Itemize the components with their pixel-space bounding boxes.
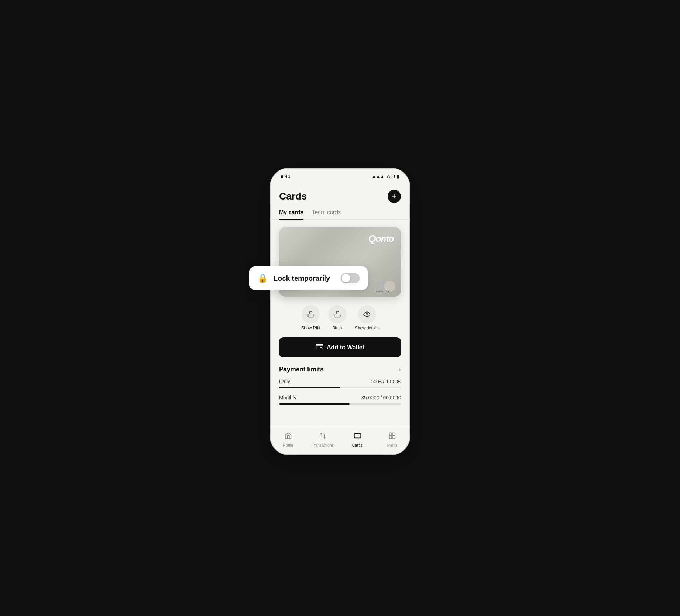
lock-icon: 🔒 xyxy=(257,273,268,283)
nav-menu-label: Menu xyxy=(387,443,397,447)
nav-home-label: Home xyxy=(283,443,293,447)
qonto-logo-text: Qonto xyxy=(368,233,394,244)
lock-toggle[interactable] xyxy=(341,273,360,284)
daily-limit-item: Daily 500€ / 1.000€ xyxy=(279,379,401,388)
svg-rect-7 xyxy=(392,433,395,435)
nav-menu[interactable]: Menu xyxy=(375,432,409,447)
monthly-progress-fill xyxy=(279,403,350,405)
tab-my-cards[interactable]: My cards xyxy=(279,206,303,220)
show-pin-icon-circle xyxy=(302,305,320,323)
wifi-icon: WiFi xyxy=(387,174,395,179)
mastercard-logo: mastercard xyxy=(376,281,395,292)
show-details-button[interactable]: Show details xyxy=(355,305,379,330)
add-card-button[interactable]: + xyxy=(388,190,401,203)
daily-label: Daily xyxy=(279,379,290,384)
nav-transactions-label: Transactions xyxy=(312,443,334,447)
block-label: Block xyxy=(332,326,342,330)
block-button[interactable]: Block xyxy=(328,305,347,330)
card-brand-logo: Qonto xyxy=(368,233,394,244)
svg-rect-6 xyxy=(389,433,391,435)
daily-limit-row: Daily 500€ / 1.000€ xyxy=(279,379,401,384)
nav-cards-label: Cards xyxy=(352,443,362,447)
show-details-label: Show details xyxy=(355,326,379,330)
scene: 🔒 Lock temporarily 9:41 ▲▲▲ WiFi ▮ Cards… xyxy=(249,154,431,462)
svg-rect-8 xyxy=(389,436,391,439)
svg-rect-0 xyxy=(308,314,313,317)
monthly-progress-bg xyxy=(279,403,401,405)
status-time: 9:41 xyxy=(281,174,290,179)
phone-content: Cards + My cards Team cards Qo xyxy=(271,184,409,454)
scroll-area: Qonto NINA MEIJER •••• ••• •••• ••• EXP … xyxy=(271,220,409,428)
svg-rect-1 xyxy=(335,314,340,317)
show-pin-label: Show PIN xyxy=(301,326,320,330)
battery-icon: ▮ xyxy=(397,174,399,179)
pin-icon xyxy=(307,311,314,318)
daily-progress-bg xyxy=(279,387,401,388)
payment-limits-title: Payment limits xyxy=(279,366,324,373)
show-pin-button[interactable]: Show PIN xyxy=(301,305,320,330)
monthly-value: 35.000€ / 60.000€ xyxy=(361,395,401,400)
chevron-right-icon: › xyxy=(399,366,401,373)
add-to-wallet-button[interactable]: Add to Wallet xyxy=(279,337,401,357)
mastercard-text: mastercard xyxy=(376,290,390,293)
svg-point-2 xyxy=(366,314,368,315)
phone: 9:41 ▲▲▲ WiFi ▮ Cards + My cards xyxy=(270,168,410,455)
payment-limits-header: Payment limits › xyxy=(279,366,401,373)
show-details-icon-circle xyxy=(358,305,376,323)
lock-text: Lock temporarily xyxy=(274,274,335,282)
transactions-icon xyxy=(319,432,327,442)
monthly-limit-row: Monthly 35.000€ / 60.000€ xyxy=(279,395,401,400)
svg-rect-9 xyxy=(392,436,395,439)
monthly-limit-item: Monthly 35.000€ / 60.000€ xyxy=(279,395,401,405)
block-icon xyxy=(334,311,341,318)
nav-home[interactable]: Home xyxy=(271,432,305,447)
eye-icon xyxy=(363,311,370,318)
daily-value: 500€ / 1.000€ xyxy=(371,379,401,384)
block-icon-circle xyxy=(328,305,347,323)
svg-rect-5 xyxy=(354,434,360,438)
daily-progress-fill xyxy=(279,387,340,388)
signal-icon: ▲▲▲ xyxy=(372,174,384,179)
wallet-svg xyxy=(316,344,323,349)
home-icon xyxy=(284,432,292,442)
status-icons: ▲▲▲ WiFi ▮ xyxy=(372,174,399,179)
bottom-nav: Home Transactions xyxy=(271,428,409,454)
page-title: Cards xyxy=(279,191,307,202)
svg-rect-3 xyxy=(316,345,323,349)
tab-team-cards[interactable]: Team cards xyxy=(312,206,341,220)
nav-cards[interactable]: Cards xyxy=(340,432,375,447)
monthly-label: Monthly xyxy=(279,395,296,400)
svg-rect-4 xyxy=(320,347,322,348)
header: Cards + xyxy=(271,184,409,206)
cards-icon xyxy=(354,432,361,442)
status-bar: 9:41 ▲▲▲ WiFi ▮ xyxy=(271,169,409,184)
menu-icon xyxy=(388,432,396,442)
action-row: Show PIN Block xyxy=(279,305,401,330)
nav-transactions[interactable]: Transactions xyxy=(305,432,340,447)
lock-popup: 🔒 Lock temporarily xyxy=(249,266,368,290)
plus-icon: + xyxy=(392,192,397,201)
wallet-label: Add to Wallet xyxy=(327,344,364,351)
toggle-slider xyxy=(341,273,360,284)
wallet-icon xyxy=(316,344,323,351)
tabs: My cards Team cards xyxy=(271,206,409,220)
